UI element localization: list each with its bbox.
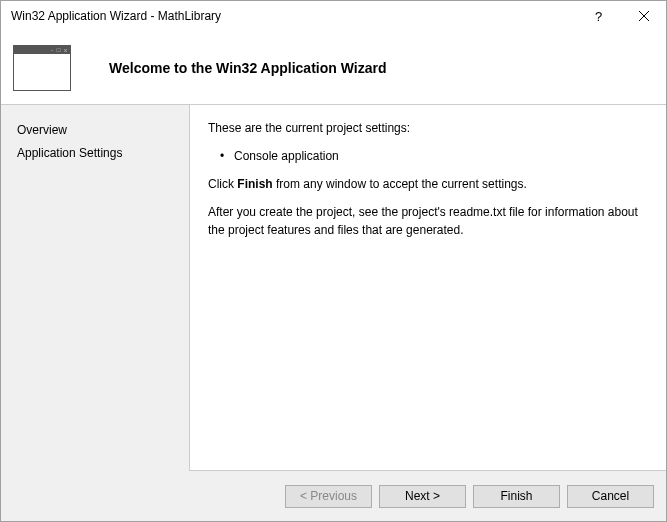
finish-instruction: Click Finish from any window to accept t…: [208, 175, 648, 193]
finish-bold: Finish: [237, 177, 272, 191]
content-area: Overview Application Settings These are …: [1, 105, 666, 471]
intro-text: These are the current project settings:: [208, 119, 648, 137]
sidebar-item-label: Overview: [17, 123, 67, 137]
next-button[interactable]: Next >: [379, 485, 466, 508]
button-bar: < Previous Next > Finish Cancel: [1, 471, 666, 521]
titlebar: Win32 Application Wizard - MathLibrary ?: [1, 1, 666, 31]
help-icon: ?: [595, 9, 602, 24]
sidebar-item-overview[interactable]: Overview: [11, 119, 179, 142]
cancel-button[interactable]: Cancel: [567, 485, 654, 508]
sidebar-item-application-settings[interactable]: Application Settings: [11, 142, 179, 165]
main-panel: These are the current project settings: …: [189, 105, 666, 471]
window-title: Win32 Application Wizard - MathLibrary: [11, 9, 576, 23]
finish-button[interactable]: Finish: [473, 485, 560, 508]
sidebar: Overview Application Settings: [1, 105, 189, 471]
bullet-text: Console application: [234, 149, 339, 163]
bullet-item: Console application: [208, 147, 648, 165]
app-window-icon: - □ x: [13, 45, 71, 91]
close-button[interactable]: [621, 1, 666, 31]
help-button[interactable]: ?: [576, 1, 621, 31]
after-text: After you create the project, see the pr…: [208, 203, 648, 239]
close-icon: [639, 11, 649, 21]
page-title: Welcome to the Win32 Application Wizard: [109, 60, 386, 76]
header: - □ x Welcome to the Win32 Application W…: [1, 31, 666, 105]
wizard-window: Win32 Application Wizard - MathLibrary ?…: [0, 0, 667, 522]
sidebar-item-label: Application Settings: [17, 146, 122, 160]
previous-button: < Previous: [285, 485, 372, 508]
